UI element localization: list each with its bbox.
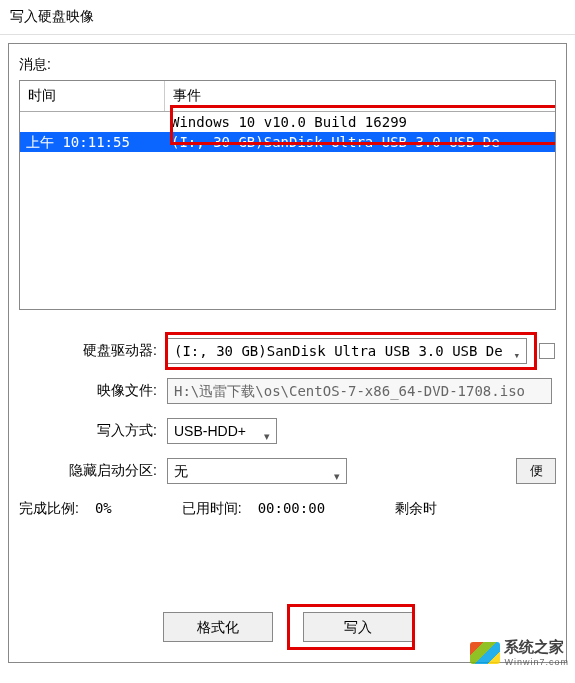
elapsed-value: 00:00:00 bbox=[258, 500, 365, 518]
watermark: 系统之家 Winwin7.com bbox=[470, 638, 569, 667]
chevron-down-icon: ▾ bbox=[264, 424, 270, 448]
log-header-event[interactable]: 事件 bbox=[165, 81, 555, 111]
field-image: 映像文件: H:\迅雷下载\os\CentOS-7-x86_64-DVD-170… bbox=[19, 378, 556, 404]
watermark-text: 系统之家 bbox=[504, 638, 564, 655]
win7-logo-icon bbox=[470, 642, 500, 664]
hidden-boot-label: 隐藏启动分区: bbox=[19, 462, 167, 480]
write-mode-value: USB-HDD+ bbox=[174, 423, 246, 439]
image-label: 映像文件: bbox=[19, 382, 167, 400]
log-cell-event: (I:, 30 GB)SanDisk Ultra USB 3.0 USB De bbox=[165, 132, 555, 152]
log-header-time[interactable]: 时间 bbox=[20, 81, 165, 111]
format-button[interactable]: 格式化 bbox=[163, 612, 273, 642]
hidden-boot-select[interactable]: 无 ▾ bbox=[167, 458, 347, 484]
write-mode-select[interactable]: USB-HDD+ ▾ bbox=[167, 418, 277, 444]
remaining-label: 剩余时 bbox=[395, 500, 453, 518]
log-row[interactable]: 上午 10:11:55 (I:, 30 GB)SanDisk Ultra USB… bbox=[20, 132, 555, 152]
field-write-mode: 写入方式: USB-HDD+ ▾ bbox=[19, 418, 556, 444]
field-drive: 硬盘驱动器: (I:, 30 GB)SanDisk Ultra USB 3.0 … bbox=[19, 338, 556, 364]
write-button[interactable]: 写入 bbox=[303, 612, 413, 642]
image-path: H:\迅雷下载\os\CentOS-7-x86_64-DVD-1708.iso bbox=[167, 378, 552, 404]
drive-checkbox[interactable] bbox=[539, 343, 555, 359]
drive-label: 硬盘驱动器: bbox=[19, 342, 167, 360]
log-header: 时间 事件 bbox=[20, 81, 555, 112]
write-mode-label: 写入方式: bbox=[19, 422, 167, 440]
log-row[interactable]: Windows 10 v10.0 Build 16299 bbox=[20, 112, 555, 132]
drive-select[interactable]: (I:, 30 GB)SanDisk Ultra USB 3.0 USB De … bbox=[167, 338, 527, 364]
log-cell-event: Windows 10 v10.0 Build 16299 bbox=[165, 112, 555, 132]
progress-value: 0% bbox=[95, 500, 152, 518]
log-cell-time: 上午 10:11:55 bbox=[20, 132, 165, 152]
drive-value: (I:, 30 GB)SanDisk Ultra USB 3.0 USB De bbox=[174, 343, 503, 359]
watermark-sub: Winwin7.com bbox=[504, 657, 569, 667]
chevron-down-icon: ▾ bbox=[513, 344, 520, 368]
convenient-button[interactable]: 便 bbox=[516, 458, 556, 484]
elapsed-label: 已用时间: bbox=[182, 500, 258, 518]
message-log[interactable]: 时间 事件 Windows 10 v10.0 Build 16299 上午 10… bbox=[19, 80, 556, 310]
chevron-down-icon: ▾ bbox=[334, 464, 340, 488]
stats-row: 完成比例: 0% 已用时间: 00:00:00 剩余时 bbox=[19, 500, 556, 518]
dialog-body: 消息: 时间 事件 Windows 10 v10.0 Build 16299 上… bbox=[8, 43, 567, 663]
hidden-boot-value: 无 bbox=[174, 463, 188, 479]
window-title: 写入硬盘映像 bbox=[0, 0, 575, 35]
messages-label: 消息: bbox=[19, 56, 556, 74]
progress-label: 完成比例: bbox=[19, 500, 95, 518]
log-cell-time bbox=[20, 112, 165, 132]
field-hidden-boot: 隐藏启动分区: 无 ▾ 便 bbox=[19, 458, 556, 484]
